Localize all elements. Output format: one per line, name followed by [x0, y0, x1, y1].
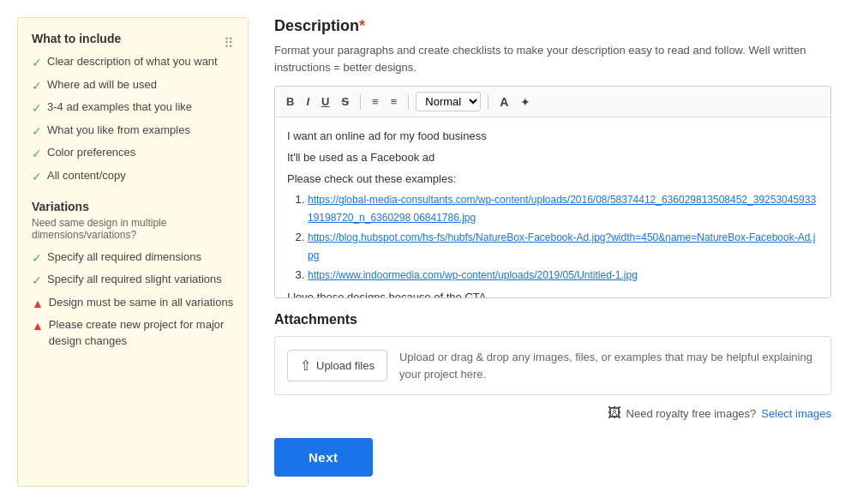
- underline-button[interactable]: U: [317, 93, 333, 111]
- italic-button[interactable]: I: [302, 93, 314, 111]
- warn-icon: ▲: [32, 296, 44, 313]
- special-char-button[interactable]: ✦: [516, 93, 535, 111]
- list-item: https://blog.hubspot.com/hs-fs/hubfs/Nat…: [308, 229, 818, 265]
- list-item-text: Design must be same in all variations: [49, 295, 233, 310]
- list-item: ✓ Where ad will be used: [32, 77, 234, 95]
- example-link-2[interactable]: https://blog.hubspot.com/hs-fs/hubfs/Nat…: [308, 231, 815, 261]
- list-item: ✓ Specify all required slight variations: [32, 272, 234, 290]
- royalty-text: Need royalty free images?: [626, 407, 757, 420]
- upload-btn-label: Upload files: [316, 359, 375, 372]
- bold-button[interactable]: B: [282, 93, 298, 111]
- variations-list: ✓ Specify all required dimensions ✓ Spec…: [32, 249, 234, 349]
- description-hint: Format your paragraphs and create checkl…: [274, 42, 831, 75]
- warn-icon: ▲: [32, 318, 44, 335]
- sidebar: What to include ⠿ ✓ Clear description of…: [17, 17, 249, 487]
- main-content: Description* Format your paragraphs and …: [266, 17, 840, 487]
- attachments-box: ⇧ Upload files Upload or drag & drop any…: [274, 336, 831, 395]
- check-icon: ✓: [32, 146, 42, 163]
- list-item: ✓ 3-4 ad examples that you like: [32, 99, 234, 117]
- upload-icon: ⇧: [300, 357, 311, 374]
- example-link-1[interactable]: https://global-media-consultants.com/wp-…: [308, 194, 816, 224]
- upload-hint: Upload or drag & drop any images, files,…: [399, 349, 818, 382]
- unordered-list-button[interactable]: ≡: [387, 93, 402, 111]
- toolbar-divider: [488, 94, 488, 110]
- check-icon: ✓: [32, 169, 42, 186]
- list-item-text: Specify all required slight variations: [47, 272, 222, 287]
- editor-line3: Please check out these examples:: [287, 171, 818, 189]
- check-icon: ✓: [32, 250, 42, 267]
- list-item-text: Color preferences: [47, 145, 135, 160]
- strikethrough-button[interactable]: S: [337, 93, 353, 111]
- list-item: ✓ Color preferences: [32, 145, 234, 163]
- toolbar-divider: [360, 94, 361, 110]
- editor-line1: I want an online ad for my food business: [287, 128, 818, 146]
- list-item: https://www.indoormedia.com/wp-content/u…: [308, 267, 818, 285]
- editor-toolbar: B I U S ≡ ≡ Normal H1 H2 H3 A ✦: [275, 87, 830, 117]
- check-icon: ✓: [32, 100, 42, 117]
- list-item: https://global-media-consultants.com/wp-…: [308, 191, 818, 227]
- check-icon: ✓: [32, 78, 42, 95]
- variations-subtitle: Need same design in multiple dimensions/…: [32, 217, 234, 241]
- select-images-link[interactable]: Select images: [761, 407, 831, 420]
- list-item-text: 3-4 ad examples that you like: [47, 99, 192, 115]
- check-icon: ✓: [32, 55, 42, 72]
- toolbar-divider: [408, 94, 409, 110]
- list-item: ▲ Design must be same in all variations: [32, 295, 234, 313]
- editor-body[interactable]: I want an online ad for my food business…: [275, 117, 830, 297]
- list-item-text: Where ad will be used: [47, 77, 157, 93]
- editor-line4: I love those designs because of the CTA: [287, 289, 818, 297]
- list-item-text: All content/copy: [47, 168, 126, 183]
- list-item: ✓ All content/copy: [32, 168, 234, 186]
- list-item-text: Clear description of what you want: [47, 54, 218, 69]
- font-color-button[interactable]: A: [495, 93, 512, 111]
- drag-icon: ⠿: [224, 35, 234, 51]
- list-item-text: What you like from examples: [47, 123, 190, 138]
- sidebar-title: What to include: [32, 32, 121, 45]
- check-icon: ✓: [32, 273, 42, 290]
- list-item: ▲ Please create new project for major de…: [32, 317, 234, 348]
- description-editor[interactable]: B I U S ≡ ≡ Normal H1 H2 H3 A ✦: [274, 86, 831, 298]
- list-item-text: Please create new project for major desi…: [49, 317, 234, 348]
- upload-files-button[interactable]: ⇧ Upload files: [287, 350, 387, 381]
- description-title: Description*: [274, 17, 831, 35]
- list-item: ✓ Clear description of what you want: [32, 54, 234, 72]
- example-link-3[interactable]: https://www.indoormedia.com/wp-content/u…: [308, 269, 638, 281]
- list-item: ✓ What you like from examples: [32, 123, 234, 141]
- image-icon: 🖼: [608, 405, 621, 421]
- next-button[interactable]: Next: [274, 438, 373, 477]
- list-item-text: Specify all required dimensions: [47, 249, 201, 265]
- list-item: ✓ Specify all required dimensions: [32, 249, 234, 267]
- check-icon: ✓: [32, 123, 42, 141]
- variations-title: Variations: [32, 200, 234, 213]
- attachments-title: Attachments: [274, 312, 831, 327]
- ordered-list-button[interactable]: ≡: [368, 93, 383, 111]
- editor-links-list: https://global-media-consultants.com/wp-…: [308, 191, 818, 284]
- include-list: ✓ Clear description of what you want ✓ W…: [32, 54, 234, 186]
- royalty-line: 🖼 Need royalty free images? Select image…: [274, 405, 831, 421]
- font-size-select[interactable]: Normal H1 H2 H3: [416, 92, 481, 111]
- editor-line2: It'll be used as a Facebook ad: [287, 149, 818, 167]
